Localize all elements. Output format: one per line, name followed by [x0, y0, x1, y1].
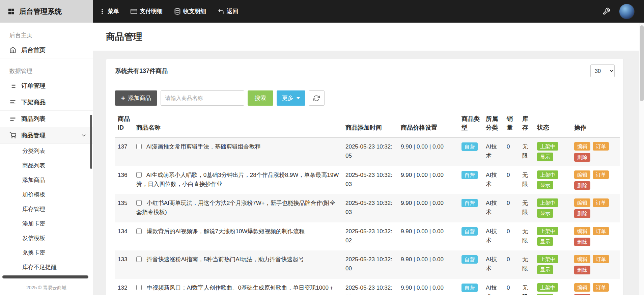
product-status-cell: 上架中显示	[534, 250, 571, 279]
action-button-primary[interactable]: 编辑	[574, 170, 590, 179]
wrench-icon[interactable]	[603, 7, 610, 15]
user-avatar[interactable]	[619, 4, 635, 19]
product-id-cell: 134	[115, 222, 134, 251]
product-name-text: 小红书AI商单玩法，用这个方法2个月涨粉7W+，新手也能接品牌合作(附全套指令模…	[136, 200, 335, 215]
product-type-cell: 自营	[459, 138, 483, 166]
sidebar-item-label: 订单管理	[21, 82, 46, 90]
topnav-menu[interactable]: 菜单	[99, 7, 119, 15]
product-name-cell: 中视频新风口：AI数字人创作歌曲。0基础生成原创歌曲，单日变现1000＋	[134, 279, 343, 295]
product-category-cell: AI技术	[483, 222, 504, 251]
action-button-delete[interactable]: 删除	[574, 209, 590, 218]
action-button-primary[interactable]: 订单	[593, 142, 609, 151]
product-stock-cell: 无限	[520, 194, 534, 222]
product-count-summary: 系统共有137件商品	[115, 67, 168, 75]
product-name-text: 中视频新风口：AI数字人创作歌曲。0基础生成原创歌曲，单日变现1000＋	[147, 285, 334, 291]
status-badge[interactable]: 显示	[537, 153, 553, 161]
action-button-delete[interactable]: 删除	[574, 153, 590, 161]
product-time-cell: 2025-05-23 10:32:03	[343, 166, 398, 194]
status-badge[interactable]: 上架中	[537, 198, 558, 207]
action-button-primary[interactable]: 订单	[593, 227, 609, 235]
product-status-cell: 上架中显示	[534, 138, 571, 166]
back-icon	[218, 8, 224, 15]
action-button-primary[interactable]: 订单	[593, 255, 609, 263]
sidebar-item-orders[interactable]: 订单管理	[0, 78, 93, 94]
app-logo[interactable]: 后台管理系统	[0, 0, 93, 23]
topnav-payment-detail[interactable]: 支付明细	[131, 7, 163, 15]
action-button-delete[interactable]: 删除	[574, 266, 590, 274]
row-checkbox[interactable]	[136, 257, 142, 262]
col-category: 所属分类	[483, 112, 504, 138]
status-badge[interactable]: 上架中	[537, 142, 558, 151]
submenu-product-list[interactable]: 商品列表	[0, 158, 93, 173]
topnav-back[interactable]: 返回	[218, 7, 238, 15]
product-sales-cell: 0	[504, 166, 520, 194]
product-sales-cell: 0	[504, 222, 520, 251]
refresh-button[interactable]	[309, 90, 325, 106]
submenu-mail-template[interactable]: 发信模板	[0, 231, 93, 245]
status-badge[interactable]: 上架中	[537, 227, 558, 235]
add-product-button[interactable]: + 添加商品	[115, 90, 157, 106]
submenu-low-stock-alert[interactable]: 库存不足提醒	[0, 260, 93, 274]
product-name-cell: 抖音快速涨粉AI指南，5种当前热门AI玩法，助力抖音快速起号	[134, 250, 343, 279]
content-area: 系统共有137件商品 30 + 添加商品 搜索 更多	[93, 51, 644, 295]
home-icon	[9, 47, 16, 53]
page-scrollbar-thumb[interactable]	[640, 25, 644, 101]
topnav-balance-detail[interactable]: 收支明细	[174, 7, 206, 15]
row-checkbox[interactable]	[136, 285, 142, 290]
type-badge: 自营	[461, 255, 478, 264]
action-button-primary[interactable]: 订单	[593, 283, 609, 292]
topnav-payment-label: 支付明细	[140, 7, 163, 15]
product-price-cell: 9.90 | 0.00 | 0.00	[398, 279, 459, 295]
action-button-delete[interactable]: 删除	[574, 238, 590, 246]
search-input[interactable]	[161, 90, 244, 106]
submenu-add-product[interactable]: 添加商品	[0, 173, 93, 187]
product-actions-cell: 编辑订单删除	[571, 166, 620, 194]
row-checkbox[interactable]	[136, 144, 142, 149]
action-button-primary[interactable]: 订单	[593, 198, 609, 207]
submenu-category-list[interactable]: 分类列表	[0, 144, 93, 158]
action-button-primary[interactable]: 编辑	[574, 283, 590, 292]
submenu-add-card-key[interactable]: 添加卡密	[0, 216, 93, 231]
sidebar-vertical-scrollbar[interactable]	[90, 115, 92, 169]
sidebar-item-dashboard[interactable]: 后台首页	[0, 42, 93, 58]
product-sales-cell: 0	[504, 250, 520, 279]
row-checkbox[interactable]	[136, 229, 142, 234]
status-badge[interactable]: 显示	[537, 209, 553, 217]
sidebar-item-delisted-products[interactable]: 下架商品	[0, 94, 93, 111]
action-button-primary[interactable]: 编辑	[574, 198, 590, 207]
col-product-name: 商品名称	[134, 112, 343, 138]
action-button-primary[interactable]: 编辑	[574, 142, 590, 151]
status-badge[interactable]: 显示	[537, 265, 553, 274]
row-checkbox[interactable]	[136, 172, 142, 178]
more-dropdown-button[interactable]: 更多	[277, 90, 305, 106]
action-button-primary[interactable]: 编辑	[574, 227, 590, 235]
refresh-icon	[313, 95, 320, 102]
sidebar-horizontal-scrollbar[interactable]	[2, 275, 88, 278]
app-title: 后台管理系统	[19, 7, 62, 16]
search-button[interactable]: 搜索	[248, 90, 273, 106]
product-status-cell: 上架中显示	[534, 279, 571, 295]
product-actions-cell: 编辑订单删除	[571, 194, 620, 222]
action-button-primary[interactable]: 订单	[593, 170, 609, 179]
submenu-markup-template[interactable]: 加价模板	[0, 187, 93, 202]
product-stock-cell: 无限	[520, 222, 534, 251]
status-badge[interactable]: 显示	[537, 294, 553, 295]
top-navigation: 菜单 支付明细 收支明细 返回	[99, 7, 238, 15]
status-badge[interactable]: 上架中	[537, 283, 558, 292]
row-checkbox[interactable]	[136, 200, 142, 206]
status-badge[interactable]: 上架中	[537, 255, 558, 263]
action-button-primary[interactable]: 编辑	[574, 255, 590, 263]
sidebar-item-product-management[interactable]: 商品管理	[0, 127, 93, 144]
status-badge[interactable]: 显示	[537, 237, 553, 246]
submenu-stock-management[interactable]: 库存管理	[0, 202, 93, 216]
submenu-redeem-card-key[interactable]: 兑换卡密	[0, 245, 93, 260]
status-badge[interactable]: 显示	[537, 181, 553, 189]
table-row: 137 AI漫画推文常用剪辑手法，基础剪辑组合教程 2025-05-23 10:…	[115, 138, 620, 166]
action-button-delete[interactable]: 删除	[574, 181, 590, 190]
status-badge[interactable]: 上架中	[537, 170, 558, 179]
table-row: 134 爆款背后的AI视频课，解说7天涨粉10W爆款短视频的制作流程 2025-…	[115, 222, 620, 251]
page-scrollbar-track[interactable]	[639, 23, 644, 295]
product-time-cell: 2025-05-23 10:32:02	[343, 222, 398, 251]
sidebar-item-product-list[interactable]: 商品列表	[0, 111, 93, 127]
page-size-select[interactable]: 30	[590, 64, 615, 77]
